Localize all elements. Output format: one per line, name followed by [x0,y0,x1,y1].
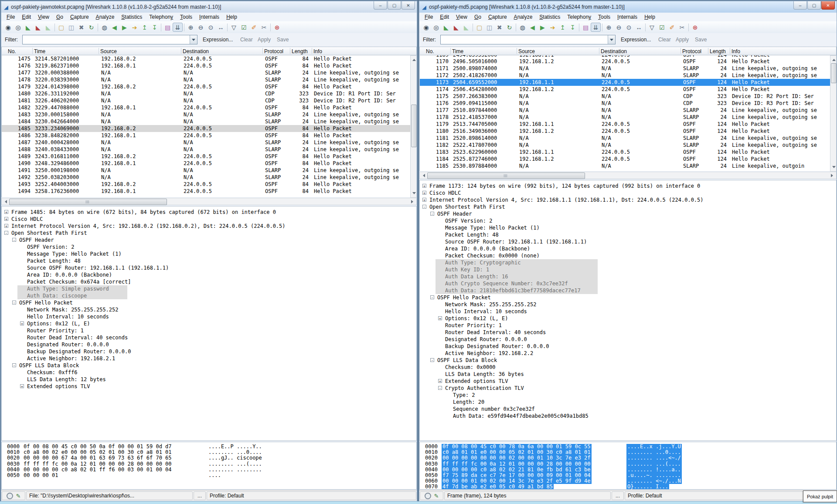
detail-line[interactable]: Message Type: Hello Packet (1) [420,224,836,231]
detail-line[interactable]: Packet Length: 48 [420,231,836,238]
detail-line[interactable]: Backup Designated Router: 0.0.0.0 [420,343,836,350]
menu-statistics[interactable]: Statistics [118,13,146,21]
title-bar[interactable]: ◣ ospf-pakiety-md5.pcapng [Wireshark 1.1… [419,1,837,13]
column-destination[interactable]: Destination [183,48,209,54]
collapse-icon[interactable]: - [430,212,434,216]
colorize-icon[interactable]: ▤ [163,23,173,32]
expand-icon[interactable]: + [4,224,8,228]
hex-row-0070[interactable]: 00704f 7d be ab e2 e0 05 c0 49 a1 bd 85O… [420,484,836,490]
menu-edit[interactable]: Edit [436,13,453,21]
maximize-button[interactable]: ▢ [388,1,401,10]
apply-button[interactable]: Apply [258,37,271,43]
open-file-icon[interactable]: ▢ [474,23,484,32]
detail-line[interactable]: Router Priority: 1 [420,322,836,329]
scroll-up-icon[interactable] [830,56,837,62]
column-source[interactable]: Source [518,48,535,54]
go-to-bottom-icon[interactable]: ↧ [150,23,160,32]
detail-line[interactable]: Designated Router: 0.0.0.0 [2,341,416,348]
capture-comment-icon[interactable]: ✎ [434,493,439,499]
detail-line[interactable]: -Crypto Authentication TLV [420,385,836,392]
column-divider[interactable] [32,48,33,54]
detail-line[interactable]: Active Neighbor: 192.168.2.1 [2,355,416,362]
scroll-down-icon[interactable] [411,191,417,197]
detail-line[interactable]: +Internet Protocol Version 4, Src: 192.1… [2,223,416,230]
minimize-button[interactable]: – [374,1,387,10]
detail-line[interactable]: +Options: 0x12 (L, E) [420,315,836,322]
menu-file[interactable]: File [3,13,18,21]
detail-line[interactable]: -OSPF Header [2,237,416,244]
go-back-icon[interactable]: ◀ [527,23,538,32]
packet-list-vscrollbar[interactable] [410,55,417,198]
packet-row-1184[interactable]: 11842525.872746000192.168.1.2224.0.0.5OS… [420,156,830,162]
detail-line[interactable]: Auth Type: Simple password [2,285,416,292]
packet-row-1174[interactable]: 11742506.454280000192.168.1.2224.0.0.5OS… [420,86,830,93]
expand-icon[interactable]: + [20,321,24,325]
packet-row-1490[interactable]: 14903248.329486000192.168.0.1224.0.0.5OS… [2,160,410,167]
detail-line[interactable]: -Open Shortest Path First [2,230,416,237]
coloring-rules-icon[interactable]: ✐ [249,23,259,32]
menu-statistics[interactable]: Statistics [536,13,564,21]
menu-tools[interactable]: Tools [177,13,196,21]
column-no[interactable]: No. [8,48,16,54]
menu-telephony[interactable]: Telephony [146,13,177,21]
collapse-icon[interactable]: - [12,363,16,367]
packet-row-1492[interactable]: 14923250.038203000N/AN/ASLARP24Line keep… [2,174,410,181]
scroll-right-icon[interactable] [830,172,836,179]
packet-row-1488[interactable]: 14883240.038433000N/AN/ASLARP24Line keep… [2,146,410,153]
apply-button[interactable]: Apply [676,37,689,43]
scroll-right-icon[interactable] [410,198,416,205]
go-back-icon[interactable]: ◀ [109,23,119,32]
close-button[interactable]: ✕ [401,1,415,10]
column-divider[interactable] [312,48,312,54]
minimize-button[interactable]: – [793,1,807,10]
capture-options-icon[interactable]: ◎ [13,23,23,32]
detail-line[interactable]: Length: 20 [420,399,836,406]
detail-line[interactable]: Hello Interval: 10 seconds [420,308,836,315]
menu-internals[interactable]: Internals [196,13,223,21]
packet-row-1477[interactable]: 14773220.000388000N/AN/ASLARP24Line keep… [2,69,410,76]
maximize-button[interactable]: ▢ [807,1,821,10]
clear-button[interactable]: Clear [658,37,671,43]
show-desktop-button[interactable]: Pokaż pulpit [803,490,837,502]
detail-line[interactable]: Checksum: 0x0000 [420,364,836,371]
title-bar[interactable]: ◣ ospf-pakiety-jawnotekst.pcapng [Wiresh… [1,1,417,13]
resize-columns-icon[interactable]: ↔ [634,23,644,32]
go-to-top-icon[interactable]: ↥ [558,23,568,32]
detail-line[interactable]: Packet Length: 48 [2,257,416,264]
capture-filters-icon[interactable]: ▽ [229,23,239,32]
detail-line[interactable]: -Open Shortest Path First [420,203,836,210]
status-dots[interactable]: ... [612,491,624,500]
column-divider[interactable] [181,48,181,54]
detail-line[interactable]: Auth Data Length: 16 [420,273,836,280]
resize-columns-icon[interactable]: ↔ [216,23,226,32]
capture-comment-icon[interactable]: ✎ [16,493,21,499]
detail-line[interactable]: Auth Type: Cryptographic [420,259,836,266]
status-dots[interactable]: ... [194,491,206,500]
detail-line[interactable]: Network Mask: 255.255.255.252 [2,306,416,313]
detail-line[interactable]: Area ID: 0.0.0.0 (Backbone) [420,245,836,252]
detail-line[interactable]: -OSPF Header [420,210,836,217]
interfaces-icon[interactable]: ◉ [3,23,13,32]
detail-line[interactable]: +Extended options TLV [420,378,836,385]
expert-info-icon[interactable] [7,493,13,499]
column-protocol[interactable]: Protocol [264,48,283,54]
column-divider[interactable] [730,48,730,54]
scrollbar-thumb[interactable] [427,173,585,179]
menu-file[interactable]: File [421,13,436,21]
column-time[interactable]: Time [34,48,45,54]
detail-line[interactable]: Auth Data: ciscoope [2,292,416,299]
packet-row-1170[interactable]: 11702496.505016000192.168.1.2224.0.0.5OS… [420,58,830,65]
expand-icon[interactable]: + [422,191,426,195]
go-to-packet-icon[interactable]: ➔ [129,23,140,32]
expression-button[interactable]: Expression... [621,37,651,43]
detail-line[interactable]: Auth Key ID: 1 [420,266,836,273]
expand-icon[interactable]: + [4,217,8,221]
expand-icon[interactable]: + [4,210,8,214]
coloring-rules-icon[interactable]: ✐ [667,23,677,32]
go-to-bottom-icon[interactable]: ↧ [568,23,578,32]
expression-button[interactable]: Expression... [203,37,233,43]
save-file-icon[interactable]: ◫ [484,23,494,32]
detail-line[interactable]: Hello Interval: 10 seconds [2,313,416,320]
filter-input[interactable] [440,35,616,44]
packet-row-1479[interactable]: 14793224.014398000192.168.0.2224.0.0.5OS… [2,83,410,90]
